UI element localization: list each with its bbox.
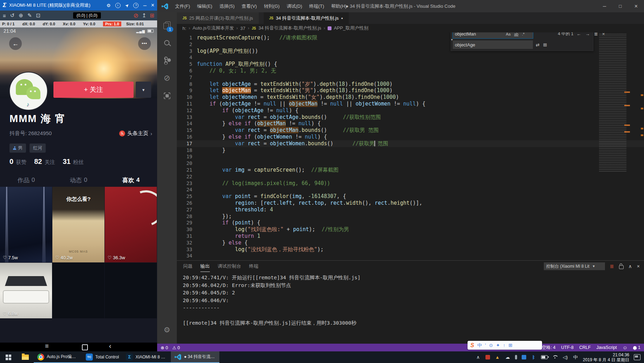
cloud-icon[interactable]: ☁ xyxy=(505,355,510,360)
code-line[interactable]: 6 // 0, 女; 1, 男; 2, 无 xyxy=(177,68,644,74)
sogou-ime-bar[interactable]: S 中 ' ⊙ ✦ ↑ ⊞ xyxy=(468,341,542,350)
code-line[interactable]: 26 region: [rect.left, rect.top, rect.wi… xyxy=(177,200,644,206)
code-line[interactable]: 23 // log(images.pixel(img, 66, 940)) xyxy=(177,180,644,187)
code-line[interactable]: 16 } else if (objectWomen != null) { xyxy=(177,134,644,140)
rotate-icon[interactable]: ↺ xyxy=(10,12,15,19)
taskbar-app-chrome[interactable]: Auto.js Pro编写抖... xyxy=(34,351,82,363)
code-line[interactable]: 11 if (objectAge != null || objectMan !=… xyxy=(177,101,644,107)
tab-works[interactable]: 作品0 xyxy=(0,174,52,186)
followers-stat[interactable]: 31粉丝 xyxy=(63,158,83,166)
video-thumbnail[interactable]: ♡ 7.5w xyxy=(0,187,52,262)
tray-app-blue-icon[interactable] xyxy=(522,355,526,359)
search-icon[interactable] xyxy=(159,34,175,52)
capture-icon[interactable]: ⊡ xyxy=(36,12,41,19)
tray-chevron-icon[interactable]: ∧ xyxy=(475,355,481,360)
panel-tab-problems[interactable]: 问题 xyxy=(183,261,193,272)
warnings-status[interactable]: ⚠ 0 xyxy=(172,345,180,350)
ime-skin-icon[interactable]: ✦ xyxy=(496,343,500,348)
clear-output-icon[interactable]: ≣ xyxy=(610,263,614,269)
code-line[interactable]: 8 let objectAge = textEndsWith("岁").dept… xyxy=(177,81,644,88)
output-channel-select[interactable]: 控制台 (Xiaomi MI 8 Lit ▼ xyxy=(544,262,605,270)
panel-tab-terminal[interactable]: 终端 xyxy=(249,261,259,272)
explorer-icon[interactable]: 1 xyxy=(159,17,175,34)
encoding-status[interactable]: UTF-8 xyxy=(561,345,573,350)
phone-screen[interactable]: 21:04 ▂▄▆ ← ••• ♪ + 关注 ▾ MMM 海 宵 抖音号: 26… xyxy=(0,27,157,351)
code-line[interactable]: 12 if (objectAge != null) { xyxy=(177,107,644,114)
apps-grid-icon[interactable]: ⊞ xyxy=(150,12,154,19)
edit-icon[interactable]: ✎ xyxy=(27,12,32,19)
breadcrumb-folder[interactable]: Auto.js引流脚本开发 xyxy=(193,25,234,31)
info-icon[interactable]: i xyxy=(115,3,121,8)
breadcrumb-drive[interactable]: h: xyxy=(182,26,186,31)
tab-file-34[interactable]: JS 34 抖音引流脚本-取用户性别.js ● xyxy=(264,12,349,24)
eol-status[interactable]: CRLF xyxy=(579,345,591,350)
find-in-selection-icon[interactable]: ≣ xyxy=(593,32,599,37)
manage-gear-icon[interactable]: ⚙ xyxy=(159,321,175,339)
taskbar-app-phone-mirror[interactable]: Σ XIAOMI-MI 8 LIT... xyxy=(122,351,171,363)
wifi-icon[interactable] xyxy=(552,355,558,359)
find-next-button[interactable]: → xyxy=(584,32,591,37)
menu-terminal[interactable]: 终端(T) xyxy=(306,2,327,11)
code-line[interactable]: 14 } else if (objectMan != null) { xyxy=(177,120,644,127)
errors-status[interactable]: ⊗ 0 xyxy=(161,345,168,350)
tray-app-red-icon[interactable] xyxy=(485,355,490,359)
file-explorer-button[interactable] xyxy=(17,351,34,363)
code-line[interactable]: 13 var rect = objectAge.bounds() //获取性别范… xyxy=(177,114,644,121)
regex-icon[interactable]: .* xyxy=(521,32,526,37)
volume-icon[interactable]: ◁) xyxy=(562,355,568,360)
match-case-icon[interactable]: Aa xyxy=(505,32,511,37)
code-editor[interactable]: 1requestScreenCapture(); //请求截图权限23log(A… xyxy=(177,32,644,260)
action-center-icon[interactable] xyxy=(634,354,640,360)
help-icon[interactable]: ? xyxy=(133,3,139,8)
panel-tab-debug-console[interactable]: 调试控制台 xyxy=(218,261,242,272)
replace-all-icon[interactable]: ⊞ xyxy=(542,42,548,47)
panel-tab-output[interactable]: 输出 xyxy=(200,261,210,272)
code-line[interactable]: 25 var point = findColor(img, -16148307,… xyxy=(177,193,644,200)
minimap[interactable] xyxy=(599,34,634,172)
code-line[interactable]: 30 log("找到蓝色啦:" + point); //性别为男 xyxy=(177,226,644,233)
nav-back-icon[interactable]: ‹ xyxy=(109,342,111,350)
pin-icon[interactable]: ➤ xyxy=(124,2,130,8)
zoom-icon[interactable]: ⊕ xyxy=(19,12,23,19)
code-line[interactable]: 5function APP_取用户性别() { xyxy=(177,61,644,68)
tab-file-25[interactable]: JS 25 网易公开课(3)-取用户性别.js xyxy=(177,12,259,24)
code-line[interactable]: 10 let objectWomen = textEndsWith("女").d… xyxy=(177,94,644,101)
following-stat[interactable]: 82关注 xyxy=(34,158,55,166)
tab-activity[interactable]: 动态0 xyxy=(52,174,105,186)
breadcrumb-subfolder[interactable]: 37 xyxy=(240,26,245,31)
code-line[interactable]: 33 log("没找到蓝色，开始寻找粉色"); xyxy=(177,246,644,253)
code-line[interactable]: 9 let objectMan = textEndsWith("男").dept… xyxy=(177,87,644,94)
whole-word-icon[interactable]: ab xyxy=(513,32,520,37)
code-line[interactable]: 27 threshold: 4 xyxy=(177,206,644,213)
lock-scroll-icon[interactable] xyxy=(619,265,624,269)
output-log[interactable]: 20:59:42.741/V: 开始运行[[remote]34 抖音引流脚本-取… xyxy=(177,272,644,344)
code-line[interactable]: 34 xyxy=(177,253,644,259)
code-line[interactable]: 32 } else { xyxy=(177,240,644,246)
maximize-panel-icon[interactable]: ∧ xyxy=(629,263,632,269)
tab-liked[interactable]: 喜欢4 xyxy=(105,174,157,186)
follow-dropdown-button[interactable]: ▾ xyxy=(136,82,151,98)
window-close-button[interactable]: × xyxy=(628,0,644,12)
code-line[interactable]: 24 xyxy=(177,186,644,193)
menu-debug[interactable]: 调试(D) xyxy=(283,2,305,11)
nav-menu-icon[interactable]: ≡ xyxy=(45,343,49,350)
ime-mode-chinese[interactable]: 中 xyxy=(477,342,482,349)
replace-input[interactable] xyxy=(453,40,533,49)
code-line[interactable]: 28 }); xyxy=(177,213,644,220)
code-line[interactable]: 31 return 1 xyxy=(177,233,644,240)
code-line[interactable]: 4 xyxy=(177,54,644,61)
menu-goto[interactable]: 转到(G) xyxy=(261,2,283,11)
close-panel-icon[interactable]: × xyxy=(637,263,640,269)
security-shield-icon[interactable]: ▲ xyxy=(495,355,500,360)
microphone-icon[interactable] xyxy=(515,355,517,359)
ime-toolbox-icon[interactable]: ⊞ xyxy=(508,343,512,348)
code-line[interactable]: 19 xyxy=(177,153,644,160)
more-button[interactable]: ••• xyxy=(138,37,151,50)
battery-tray-icon[interactable] xyxy=(541,355,548,359)
extensions-icon[interactable] xyxy=(159,87,175,104)
nav-home-icon[interactable] xyxy=(82,344,88,350)
breadcrumb-symbol[interactable]: APP_取用户性别 xyxy=(334,25,368,31)
video-thumbnail[interactable]: ♡ 6.8w xyxy=(0,263,52,318)
feedback-smiley-icon[interactable]: ☺ xyxy=(623,345,627,350)
breadcrumb-file[interactable]: 34 抖音引流脚本-取用户性别.js xyxy=(258,25,321,31)
